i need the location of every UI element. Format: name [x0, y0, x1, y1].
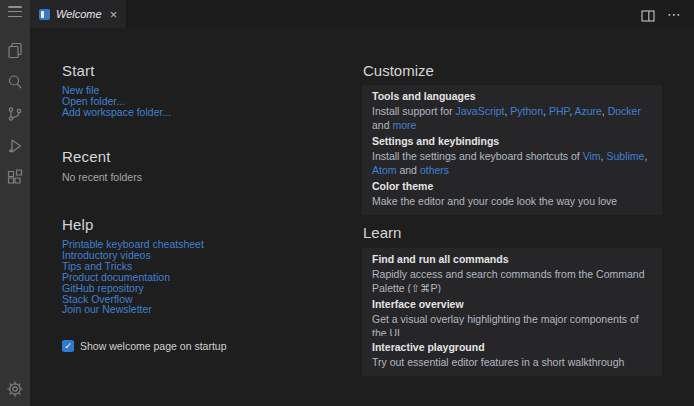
- start-title: Start: [62, 62, 171, 79]
- close-icon[interactable]: ×: [110, 8, 118, 21]
- link-others[interactable]: others: [420, 164, 449, 176]
- desc-text: and: [397, 164, 420, 176]
- checkbox-checked-icon[interactable]: ✓: [62, 340, 74, 352]
- source-control-icon[interactable]: [6, 105, 24, 123]
- link-vim[interactable]: Vim: [583, 150, 601, 162]
- card-title: Settings and keybindings: [372, 135, 652, 148]
- link-github-repository[interactable]: GitHub repository: [62, 283, 204, 294]
- check-glyph: ✓: [64, 340, 72, 352]
- card-title: Find and run all commands: [372, 253, 652, 266]
- card-title: Interface overview: [372, 298, 652, 311]
- show-welcome-label: Show welcome page on startup: [80, 340, 227, 352]
- tab-label: Welcome: [56, 8, 102, 20]
- card-description: Try out essential editor features in a s…: [372, 356, 652, 370]
- link-product-documentation[interactable]: Product documentation: [62, 272, 204, 283]
- tab-welcome[interactable]: Welcome ×: [30, 0, 127, 28]
- editor-actions: ⋯: [641, 7, 694, 21]
- recent-empty-text: No recent folders: [62, 171, 142, 183]
- extensions-icon[interactable]: [6, 169, 24, 187]
- section-start: Start New file Open folder... Add worksp…: [62, 62, 171, 118]
- link-atom[interactable]: Atom: [372, 164, 397, 176]
- desc-text: Install support for: [372, 105, 455, 117]
- link-python[interactable]: Python: [510, 105, 543, 117]
- tab-bar: Welcome × ⋯: [30, 0, 694, 28]
- desc-text: ,: [644, 150, 647, 162]
- link-docker[interactable]: Docker: [608, 105, 641, 117]
- link-azure[interactable]: Azure: [574, 105, 601, 117]
- show-welcome-checkbox-row[interactable]: ✓ Show welcome page on startup: [62, 340, 227, 352]
- card-interactive-playground[interactable]: Interactive playground Try out essential…: [362, 336, 662, 376]
- link-add-workspace-folder[interactable]: Add workspace folder...: [62, 107, 171, 118]
- card-description: Make the editor and your code look the w…: [372, 195, 652, 209]
- welcome-page: Start New file Open folder... Add worksp…: [30, 28, 694, 406]
- section-help: Help Printable keyboard cheatsheet Intro…: [62, 216, 204, 315]
- card-description: Install support for JavaScript, Python, …: [372, 105, 652, 132]
- link-sublime[interactable]: Sublime: [606, 150, 644, 162]
- split-editor-icon[interactable]: [641, 8, 655, 20]
- more-actions-icon[interactable]: ⋯: [667, 7, 682, 21]
- activity-bar: [0, 0, 30, 406]
- link-more[interactable]: more: [392, 119, 416, 131]
- learn-title: Learn: [363, 224, 401, 241]
- desc-text: Install the settings and keyboard shortc…: [372, 150, 583, 162]
- run-debug-icon[interactable]: [6, 137, 24, 155]
- card-title: Tools and languages: [372, 90, 652, 103]
- search-icon[interactable]: [6, 73, 24, 91]
- card-description: Rapidly access and search commands from …: [372, 268, 652, 295]
- card-color-theme[interactable]: Color theme Make the editor and your cod…: [362, 175, 662, 215]
- files-icon[interactable]: [6, 41, 24, 59]
- startup-option: ✓ Show welcome page on startup: [62, 340, 227, 352]
- desc-text: and: [372, 119, 392, 131]
- link-javascript[interactable]: JavaScript: [455, 105, 504, 117]
- card-title: Color theme: [372, 180, 652, 193]
- card-title: Interactive playground: [372, 341, 652, 354]
- card-description: Install the settings and keyboard shortc…: [372, 150, 652, 177]
- welcome-preview-icon: [39, 9, 50, 20]
- section-recent: Recent No recent folders: [62, 148, 142, 183]
- recent-title: Recent: [62, 148, 142, 165]
- link-join-newsletter[interactable]: Join our Newsletter: [62, 304, 204, 315]
- settings-gear-icon[interactable]: [6, 380, 24, 398]
- menu-icon[interactable]: [8, 6, 22, 17]
- help-title: Help: [62, 216, 204, 233]
- customize-title: Customize: [363, 62, 434, 79]
- link-php[interactable]: PHP: [549, 105, 569, 117]
